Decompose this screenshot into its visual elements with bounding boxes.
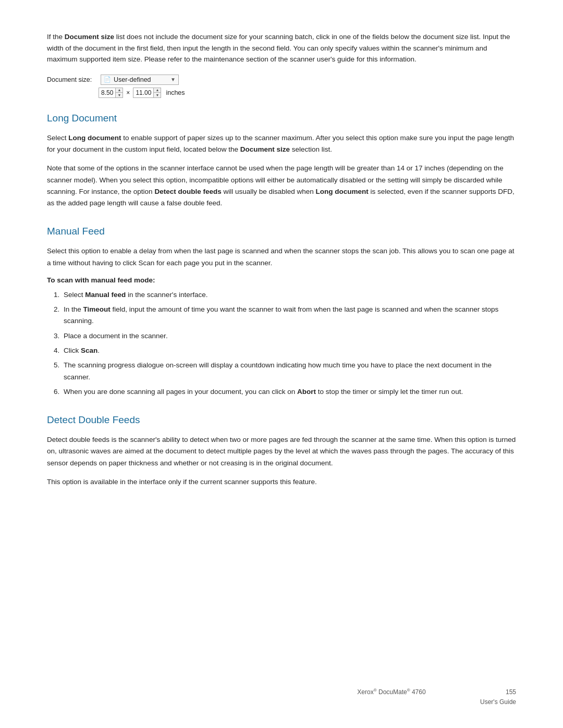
intro-paragraph: If the Document size list does not inclu… (47, 31, 516, 65)
times-symbol: × (125, 89, 131, 96)
detect-double-feeds-section: Detect Double Feeds Detect double feeds … (47, 414, 516, 488)
document-size-widget: Document size: 📄 User-defined ▼ 8.50 ▲ ▼… (47, 75, 516, 98)
footer-guide: User's Guide (357, 697, 516, 707)
document-icon: 📄 (104, 76, 111, 83)
width-arrows[interactable]: ▲ ▼ (115, 88, 123, 98)
bold-document-size: Document size (65, 33, 114, 41)
page-content: If the Document size list does not inclu… (0, 0, 563, 546)
detect-double-feeds-heading: Detect Double Feeds (47, 414, 516, 426)
step-2: In the Timeout field, input the amount o… (62, 304, 516, 327)
long-document-section: Long Document Select Long document to en… (47, 113, 516, 209)
doc-size-dimensions-row: 8.50 ▲ ▼ × 11.00 ▲ ▼ inches (99, 88, 516, 98)
height-up-arrow[interactable]: ▲ (154, 88, 161, 93)
step-1: Select Manual feed in the scanner's inte… (62, 289, 516, 301)
manual-feed-intro: Select this option to enable a delay fro… (47, 245, 516, 269)
dropdown-arrow-icon: ▼ (170, 77, 176, 82)
manual-feed-steps: Select Manual feed in the scanner's inte… (62, 289, 516, 398)
footer-product: Xerox® DocuMate® 4760 155 (357, 687, 516, 697)
detect-double-feeds-para2: This option is available in the interfac… (47, 476, 516, 488)
width-value: 8.50 (99, 89, 115, 96)
footer: Xerox® DocuMate® 4760 155 User's Guide (357, 687, 516, 707)
width-spinbox[interactable]: 8.50 ▲ ▼ (99, 88, 123, 98)
long-document-heading: Long Document (47, 113, 516, 124)
manual-feed-heading: Manual Feed (47, 226, 516, 237)
select-value: User-defined (114, 76, 168, 83)
units-label: inches (166, 89, 185, 96)
document-size-row: Document size: 📄 User-defined ▼ (47, 75, 516, 85)
long-document-para1: Select Long document to enable support o… (47, 132, 516, 156)
height-down-arrow[interactable]: ▼ (154, 93, 161, 98)
width-up-arrow[interactable]: ▲ (116, 88, 123, 93)
footer-page: 155 (506, 688, 516, 696)
document-size-select[interactable]: 📄 User-defined ▼ (101, 75, 179, 85)
step-3: Place a document in the scanner. (62, 330, 516, 342)
step-5: The scanning progress dialogue on-screen… (62, 360, 516, 383)
width-down-arrow[interactable]: ▼ (116, 93, 123, 98)
footer-row: Xerox® DocuMate® 4760 155 (357, 687, 516, 697)
step-4: Click Scan. (62, 345, 516, 356)
height-value: 11.00 (133, 89, 153, 96)
document-size-label: Document size: (47, 76, 96, 83)
long-document-para2: Note that some of the options in the sca… (47, 163, 516, 209)
step-6: When you are done scanning all pages in … (62, 386, 516, 398)
manual-feed-subheading: To scan with manual feed mode: (47, 276, 516, 284)
manual-feed-section: Manual Feed Select this option to enable… (47, 226, 516, 398)
height-arrows[interactable]: ▲ ▼ (153, 88, 161, 98)
height-spinbox[interactable]: 11.00 ▲ ▼ (133, 88, 161, 98)
detect-double-feeds-para1: Detect double feeds is the scanner's abi… (47, 434, 516, 469)
